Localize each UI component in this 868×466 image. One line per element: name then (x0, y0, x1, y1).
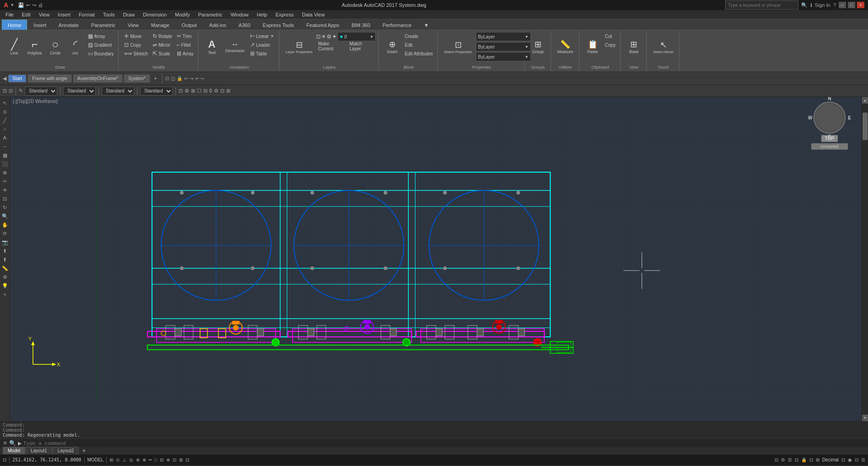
make-current-btn[interactable]: Make Current (316, 42, 347, 50)
add-layout-btn[interactable]: + (79, 447, 88, 454)
visual-style-select[interactable]: Standard (25, 87, 57, 96)
prop-icon4[interactable]: ⊡ (179, 88, 183, 94)
measure-btn[interactable]: 📏 Measure (555, 32, 576, 61)
camera-btn[interactable]: 📷 (1, 238, 9, 246)
layer-icon1[interactable]: ⊡ (316, 33, 321, 40)
rotate-tool-btn[interactable]: ↻ (1, 203, 9, 211)
menu-window[interactable]: Window (227, 11, 252, 18)
polyline-btn[interactable]: ⌐ Polyline (25, 32, 45, 61)
annotate-visibility-btn[interactable]: ☰ (788, 457, 792, 462)
tab-a360[interactable]: A360 (233, 20, 257, 30)
tab-view[interactable]: View (122, 20, 145, 30)
redo-btn[interactable]: ↪ (32, 2, 36, 8)
snap-btn[interactable]: ⊙ (116, 457, 120, 462)
paste-btn[interactable]: 📋 Paste (583, 32, 602, 61)
gradient-tool-btn[interactable]: ⬛ (1, 160, 9, 168)
minimize-btn[interactable]: ─ (839, 2, 846, 8)
match-properties-btn[interactable]: ⊡ Match Properties (442, 32, 475, 61)
hatch-tool-btn[interactable]: ▦ (1, 151, 9, 159)
system-tab[interactable]: System* (124, 75, 149, 82)
menu-view[interactable]: View (35, 11, 54, 18)
prop-icon6[interactable]: ⊞ (191, 88, 195, 94)
cut-btn[interactable]: Cut (603, 32, 617, 40)
frame-tab[interactable]: Frame with angle (28, 75, 71, 82)
insert-btn[interactable]: ⊕ Insert (382, 32, 402, 61)
menu-tools[interactable]: Tools (99, 11, 119, 18)
layer-icon3[interactable]: ⚙ (327, 33, 332, 40)
line-btn[interactable]: ╱ Line (5, 32, 24, 61)
menu-modify[interactable]: Modify (171, 11, 193, 18)
start-tab[interactable]: Start (8, 75, 26, 82)
prop-icon7[interactable]: ☐ (197, 88, 202, 94)
otrack-btn[interactable]: ⊗ (142, 457, 146, 462)
table-style-select[interactable]: Standard (140, 87, 173, 96)
fillet-btn[interactable]: ⌐Fillet (175, 41, 196, 49)
orbit-btn[interactable]: ⟳ (1, 229, 9, 238)
pan-btn[interactable]: ✋ (1, 221, 9, 229)
tab-annotate[interactable]: Annotate (53, 20, 85, 30)
tab-insert[interactable]: Insert (27, 20, 52, 30)
tab-performance[interactable]: Performance (377, 20, 417, 30)
toolbar-icon7[interactable]: ⇦ (201, 76, 204, 81)
search-icon[interactable]: 🔍 (801, 2, 808, 8)
menu-file[interactable]: File (2, 11, 17, 18)
auto-scale-btn[interactable]: ⊡ (795, 457, 798, 462)
dynin-btn[interactable]: ⊞ (179, 457, 183, 462)
units-btn[interactable]: ⊡ (841, 457, 845, 462)
scroll-down-btn[interactable]: ▼ (862, 415, 868, 421)
graphics-config-btn[interactable]: ⊡ (855, 457, 858, 462)
right-scrollbar[interactable]: ▲ ▼ (862, 97, 868, 421)
menu-draw[interactable]: Draw (119, 11, 138, 18)
edit-block-btn[interactable]: Edit (403, 41, 435, 49)
app-icon[interactable]: A ▼ (4, 1, 14, 9)
move-btn[interactable]: ✛Move (122, 32, 150, 40)
layer-icon2[interactable]: ☀ (321, 33, 326, 40)
quick-save-btn[interactable]: 💾 (18, 2, 24, 8)
rotate-btn[interactable]: ↻Rotate (151, 32, 174, 40)
decimal-label[interactable]: Decimal (822, 457, 839, 462)
window-controls[interactable]: ─ □ ✕ (839, 2, 864, 8)
layout2-tab[interactable]: Layout2 (53, 447, 79, 454)
select-mode-btn[interactable]: ↖ Select Mode (650, 32, 676, 61)
menu-edit[interactable]: Edit (18, 11, 34, 18)
isolate-btn[interactable]: ◉ (848, 457, 852, 462)
layout1-tab[interactable]: Layout1 (26, 447, 52, 454)
model-tab[interactable]: Model (3, 447, 25, 454)
tab-expresstools[interactable]: Express Tools (257, 20, 300, 30)
dimension-tool-btn[interactable]: ↔ (1, 142, 9, 151)
quickprop-btn[interactable]: ⊡ (186, 457, 189, 462)
keyword-search[interactable] (725, 0, 798, 10)
bylayer-selector3[interactable]: ByLayer ▼ (476, 52, 531, 61)
tab-more[interactable]: ▼ (418, 20, 435, 30)
leader-btn[interactable]: ↗Leader (248, 41, 276, 49)
hatch-btn[interactable]: ▦Array (86, 32, 116, 40)
scroll-up-btn[interactable]: ▲ (862, 97, 868, 103)
annotation-scale[interactable]: ⊡ (775, 457, 778, 462)
model-label[interactable]: MODEL (87, 457, 104, 462)
lock-ui-btn[interactable]: 🔒 (801, 457, 807, 462)
prop-icon3[interactable]: ✎ (19, 88, 23, 94)
unnamed-view-btn[interactable]: Unnamed (811, 143, 848, 150)
scroll-track[interactable] (862, 103, 868, 415)
lineweight-btn[interactable]: ━ (149, 457, 152, 462)
mirror-btn[interactable]: ⇌Mirror (151, 41, 174, 49)
trim-btn[interactable]: ✂Trim (175, 32, 196, 40)
tab-featuredapps[interactable]: Featured Apps (300, 20, 345, 30)
help-icon[interactable]: ? (833, 2, 836, 8)
copy-clip-btn[interactable]: Copy (603, 41, 617, 49)
toolbar-icon6[interactable]: ↩ (195, 76, 199, 81)
tab-manage[interactable]: Manage (145, 20, 175, 30)
circle-btn[interactable]: ○ Circle (46, 32, 65, 61)
transparency-btn[interactable]: □ (154, 457, 157, 462)
text-tool-btn[interactable]: A (1, 134, 9, 142)
scroll-thumb[interactable] (863, 113, 868, 140)
workspace-icon[interactable]: ⚙ (781, 457, 785, 462)
command-input[interactable] (23, 440, 865, 446)
osnap-btn[interactable]: ⊕ (136, 457, 140, 462)
match-layer-btn[interactable]: Match Layer (348, 42, 376, 50)
trim-tool-btn[interactable]: ✂ (1, 177, 9, 185)
toolbar-icon3[interactable]: 🔒 (177, 76, 182, 81)
layer-dropdown-icon[interactable]: ▼ (370, 35, 373, 39)
prop-icon11[interactable]: ⊞ (226, 88, 230, 94)
measure-tool-btn[interactable]: 📏 (1, 264, 9, 272)
